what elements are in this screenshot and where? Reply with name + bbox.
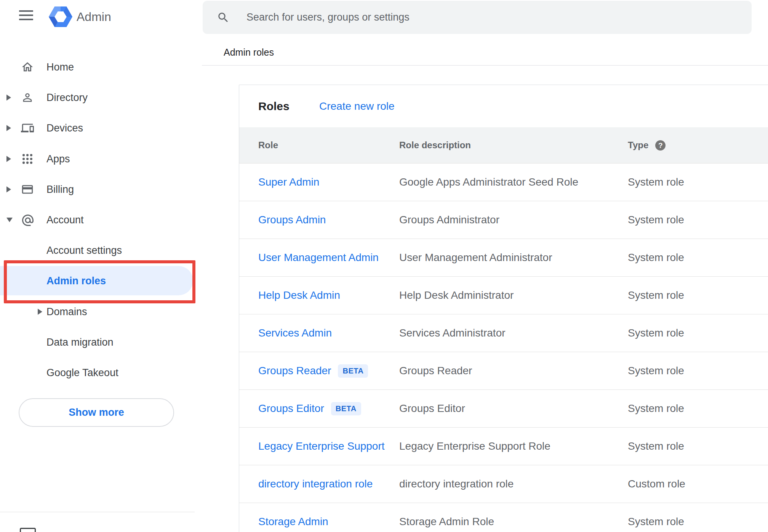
table-row: User Management Admin User Management Ad… [239, 239, 768, 277]
role-description: directory integration role [399, 478, 628, 490]
main-content: Admin roles Roles Create new role Role R… [202, 0, 768, 532]
sidebar-footer-divider [0, 512, 195, 512]
chevron-right-icon[interactable] [6, 95, 11, 101]
chevron-right-icon[interactable] [6, 186, 11, 192]
role-type: System role [628, 289, 768, 301]
sidebar-item-domains[interactable]: Domains [0, 296, 202, 327]
role-type: System role [628, 252, 768, 264]
role-type: System role [628, 365, 768, 377]
role-type: System role [628, 516, 768, 528]
roles-card: Roles Create new role Role Role descript… [239, 85, 768, 532]
table-header: Role Role description Type [239, 127, 768, 163]
sidebar-item-label: Billing [46, 184, 74, 195]
sidebar: Admin Home Directory Devices Apps Billin… [0, 0, 202, 532]
building-icon [20, 528, 36, 532]
sidebar-item-apps[interactable]: Apps [0, 144, 202, 174]
account-icon [21, 213, 34, 226]
chevron-down-icon[interactable] [6, 218, 13, 222]
content-divider [202, 65, 768, 66]
sidebar-item-admin-roles[interactable]: Admin roles [0, 266, 202, 296]
app-title: Admin [77, 10, 111, 24]
role-description: User Management Administrator [399, 252, 628, 264]
role-description: Help Desk Administrator [399, 289, 628, 301]
table-row: Groups Editor BETA Groups Editor System … [239, 390, 768, 428]
table-row: Storage Admin Storage Admin Role System … [239, 503, 768, 532]
table-row: Legacy Enterprise Support Legacy Enterpr… [239, 428, 768, 465]
role-link[interactable]: directory integration role [258, 478, 373, 490]
sidebar-item-label: Data migration [46, 337, 114, 348]
sidebar-item-billing[interactable]: Billing [0, 174, 202, 205]
sidebar-item-label: Account settings [46, 245, 122, 256]
sidebar-item-account[interactable]: Account [0, 205, 202, 235]
sidebar-item-data-migration[interactable]: Data migration [0, 327, 202, 357]
role-description: Groups Reader [399, 365, 628, 377]
devices-icon [21, 122, 34, 135]
card-header: Roles Create new role [239, 85, 768, 127]
menu-icon[interactable] [19, 10, 34, 22]
admin-logo-icon [49, 6, 72, 27]
directory-icon [21, 91, 34, 104]
help-icon[interactable] [655, 140, 666, 151]
sidebar-item-devices[interactable]: Devices [0, 113, 202, 143]
sidebar-item-home[interactable]: Home [0, 52, 202, 82]
sidebar-item-label: Domains [46, 306, 87, 318]
role-type: System role [628, 402, 768, 415]
sidebar-item-label: Directory [46, 92, 88, 104]
search-input[interactable] [203, 1, 752, 34]
table-row: directory integration role directory int… [239, 465, 768, 503]
role-link[interactable]: User Management Admin [258, 252, 379, 264]
column-role: Role [258, 140, 399, 151]
role-link[interactable]: Storage Admin [258, 516, 328, 528]
home-icon [21, 61, 34, 74]
role-description: Services Administrator [399, 327, 628, 339]
role-description: Legacy Enterprise Support Role [399, 440, 628, 452]
sidebar-item-directory[interactable]: Directory [0, 82, 202, 113]
role-link[interactable]: Services Admin [258, 327, 332, 339]
breadcrumb: Admin roles [224, 46, 274, 58]
role-link[interactable]: Groups Admin [258, 214, 326, 226]
sidebar-item-label: Google Takeout [46, 367, 118, 379]
role-type: System role [628, 214, 768, 226]
show-more-button[interactable]: Show more [19, 398, 174, 427]
beta-badge: BETA [338, 364, 368, 378]
table-row: Super Admin Google Apps Administrator Se… [239, 163, 768, 201]
role-type: System role [628, 176, 768, 188]
sidebar-item-google-takeout[interactable]: Google Takeout [0, 357, 202, 388]
google-admin-console: { "topbar": { "app_title": "Admin", "sea… [0, 0, 768, 532]
card-title: Roles [258, 100, 290, 113]
chevron-right-icon[interactable] [6, 156, 11, 162]
role-link[interactable]: Groups Reader [258, 365, 331, 377]
table-row: Groups Admin Groups Administrator System… [239, 201, 768, 239]
column-type: Type [628, 140, 648, 151]
brand-row: Admin [0, 0, 202, 34]
sidebar-item-label: Apps [46, 153, 70, 165]
sidebar-item-label: Account [46, 214, 84, 226]
billing-icon [21, 183, 34, 196]
table-row: Groups Reader BETA Groups Reader System … [239, 352, 768, 390]
role-link[interactable]: Groups Editor [258, 402, 324, 415]
column-role-description: Role description [399, 140, 628, 151]
roles-table-body: Super Admin Google Apps Administrator Se… [239, 163, 768, 532]
role-description: Storage Admin Role [399, 516, 628, 528]
role-link[interactable]: Help Desk Admin [258, 289, 340, 301]
sidebar-item-label: Devices [46, 122, 83, 134]
role-link[interactable]: Super Admin [258, 176, 319, 188]
table-row: Help Desk Admin Help Desk Administrator … [239, 277, 768, 314]
beta-badge: BETA [331, 402, 361, 415]
sidebar-item-account-settings[interactable]: Account settings [0, 235, 202, 266]
apps-icon [21, 152, 34, 165]
role-type: Custom role [628, 478, 768, 490]
search-bar[interactable] [203, 1, 752, 34]
chevron-right-icon[interactable] [38, 309, 42, 315]
table-row: Services Admin Services Administrator Sy… [239, 314, 768, 352]
role-link[interactable]: Legacy Enterprise Support [258, 440, 385, 452]
role-description: Groups Administrator [399, 214, 628, 226]
role-description: Groups Editor [399, 402, 628, 415]
create-new-role-link[interactable]: Create new role [319, 100, 395, 112]
role-type: System role [628, 327, 768, 339]
role-description: Google Apps Administrator Seed Role [399, 176, 628, 188]
role-type: System role [628, 440, 768, 452]
sidebar-item-label: Admin roles [46, 275, 106, 287]
sidebar-item-label: Home [46, 61, 74, 73]
chevron-right-icon[interactable] [6, 125, 11, 131]
